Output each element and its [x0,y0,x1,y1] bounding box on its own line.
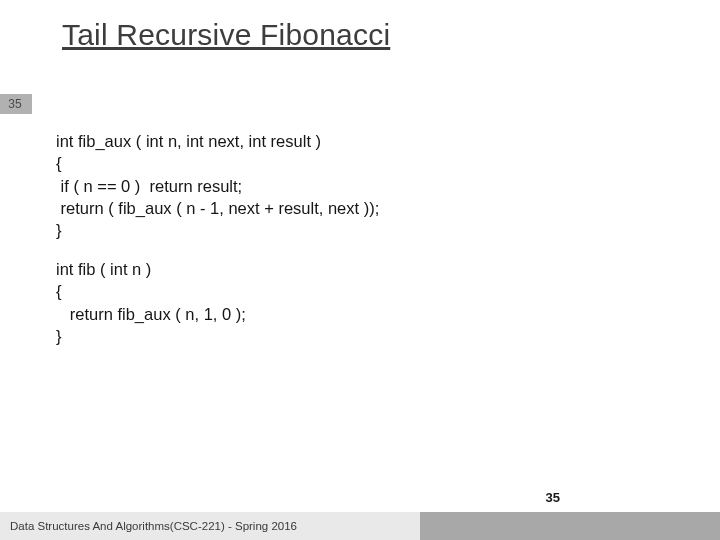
footer-text: Data Structures And Algorithms(CSC-221) … [0,512,420,540]
slide: Tail Recursive Fibonacci 35 int fib_aux … [0,0,720,540]
footer-accent [420,512,720,540]
code-block-fib-aux: int fib_aux ( int n, int next, int resul… [56,130,379,241]
slide-title: Tail Recursive Fibonacci [62,18,390,52]
footer-page-number: 35 [546,490,560,505]
page-badge: 35 [0,94,32,114]
code-block-fib: int fib ( int n ) { return fib_aux ( n, … [56,258,246,347]
footer-bar: Data Structures And Algorithms(CSC-221) … [0,512,720,540]
